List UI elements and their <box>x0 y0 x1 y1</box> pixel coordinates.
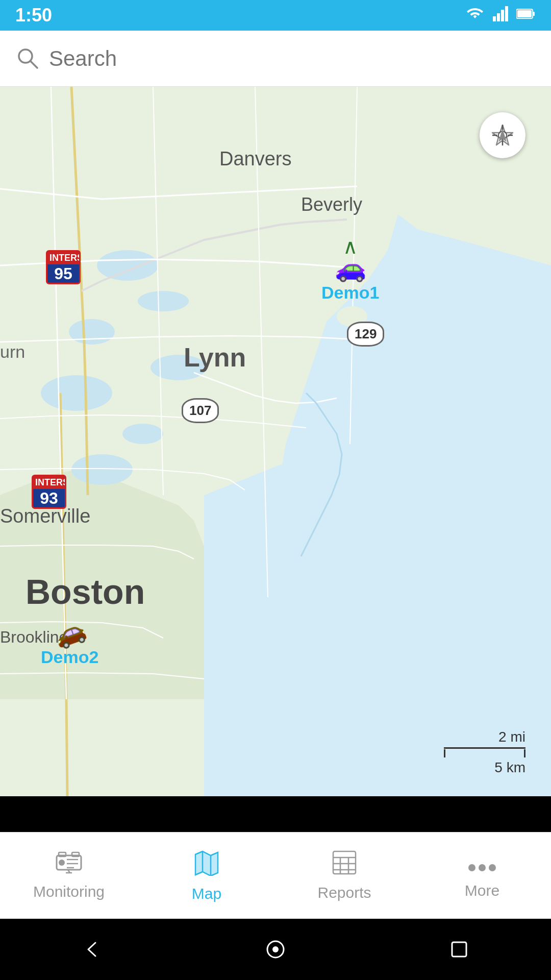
nav-monitoring-icon <box>56 851 82 879</box>
svg-point-12 <box>138 291 189 311</box>
vehicle-label-demo1: Demo1 <box>321 283 379 302</box>
status-time: 1:50 <box>15 5 52 26</box>
svg-point-11 <box>69 319 115 345</box>
status-icons <box>465 6 536 25</box>
nav-more[interactable]: More <box>413 832 551 919</box>
nav-map-icon <box>194 849 219 881</box>
signal-icon <box>493 6 508 25</box>
svg-rect-5 <box>533 12 535 16</box>
highway-shield-129: 129 <box>347 322 384 347</box>
svg-rect-45 <box>452 942 466 957</box>
svg-rect-1 <box>497 13 500 21</box>
location-button[interactable] <box>480 112 525 158</box>
nav-reports-label: Reports <box>317 884 371 901</box>
svg-line-8 <box>31 61 37 68</box>
svg-point-42 <box>489 864 496 871</box>
svg-rect-0 <box>493 16 496 21</box>
svg-point-14 <box>151 355 207 380</box>
highway-shield-107: 107 <box>182 398 219 423</box>
svg-point-40 <box>468 864 475 871</box>
wifi-icon <box>465 6 485 25</box>
vehicle-demo2[interactable]: 🚗 Demo2 <box>41 618 98 667</box>
scale-bar: 2 mi 5 km <box>444 729 525 776</box>
vehicle-icon-demo1: 🚗 <box>321 253 379 283</box>
svg-rect-2 <box>501 10 504 21</box>
svg-point-44 <box>272 946 279 952</box>
scale-miles: 2 mi <box>498 729 525 745</box>
svg-point-10 <box>97 250 158 281</box>
svg-point-16 <box>71 454 133 485</box>
battery-icon <box>516 7 536 24</box>
android-nav-bar <box>0 919 551 980</box>
svg-rect-34 <box>333 851 356 874</box>
svg-point-26 <box>59 860 65 866</box>
highway-shield-95: INTERSTATE 95 <box>46 250 81 284</box>
svg-point-13 <box>41 375 112 411</box>
android-home-button[interactable] <box>258 932 293 967</box>
svg-point-41 <box>479 864 486 871</box>
map-background <box>0 87 551 796</box>
svg-rect-6 <box>517 10 532 17</box>
bottom-nav: Monitoring Map Reports <box>0 832 551 919</box>
vehicle-demo1[interactable]: ∧ 🚗 Demo1 <box>321 235 379 303</box>
search-icon <box>15 46 39 71</box>
highway-shield-93: INTERSTATE 93 <box>32 475 66 509</box>
nav-monitoring[interactable]: Monitoring <box>0 832 138 919</box>
status-bar: 1:50 <box>0 0 551 31</box>
nav-more-label: More <box>465 882 499 899</box>
svg-rect-3 <box>505 6 508 21</box>
nav-more-icon <box>468 852 496 878</box>
scale-km: 5 km <box>494 760 525 776</box>
nav-reports-icon <box>332 850 357 880</box>
nav-monitoring-label: Monitoring <box>33 883 105 900</box>
map-container[interactable]: Danvers Beverly Lynn Somerville Boston B… <box>0 87 551 796</box>
nav-reports[interactable]: Reports <box>276 832 413 919</box>
nav-map[interactable]: Map <box>138 832 276 919</box>
svg-rect-25 <box>72 852 79 856</box>
svg-point-15 <box>122 424 163 444</box>
search-bar[interactable] <box>0 31 551 87</box>
android-back-button[interactable] <box>74 932 110 967</box>
svg-rect-24 <box>59 852 66 856</box>
nav-map-label: Map <box>192 885 221 902</box>
android-recents-button[interactable] <box>441 932 477 967</box>
search-input[interactable] <box>49 46 536 71</box>
